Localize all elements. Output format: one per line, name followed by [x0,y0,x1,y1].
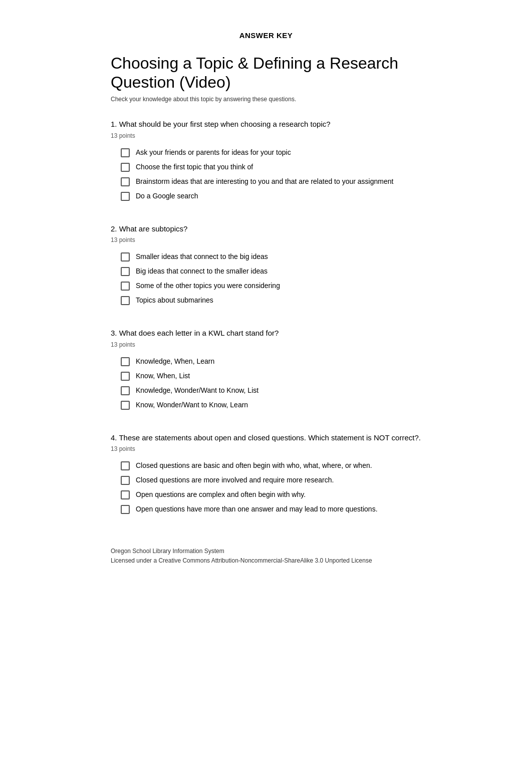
option-checkbox[interactable] [121,476,130,485]
main-title: Choosing a Topic & Defining a Research Q… [111,54,421,92]
option-checkbox[interactable] [121,267,130,276]
option-item: Knowledge, Wonder/Want to Know, List [111,383,421,398]
page-container: ANSWER KEY Choosing a Topic & Defining a… [71,0,461,606]
option-checkbox[interactable] [121,357,130,366]
option-item: Know, Wonder/Want to Know, Learn [111,398,421,412]
question-points-3: 13 points [111,340,421,349]
question-text-2: 2. What are subtopics? [111,223,421,235]
option-checkbox[interactable] [121,296,130,305]
question-points-2: 13 points [111,235,421,244]
footer-line1: Oregon School Library Information System [111,547,421,556]
option-checkbox[interactable] [121,252,130,262]
option-text: Open questions have more than one answer… [136,504,421,514]
option-text: Choose the first topic that you think of [136,162,421,172]
option-item: Topics about submarines [111,293,421,308]
questions-container: 1. What should be your first step when c… [111,119,421,516]
question-points-4: 13 points [111,444,421,453]
option-text: Know, When, List [136,371,421,381]
question-points-1: 13 points [111,131,421,140]
option-checkbox[interactable] [121,490,130,499]
option-item: Brainstorm ideas that are interesting to… [111,174,421,189]
subtitle: Check your knowledge about this topic by… [111,95,421,104]
option-text: Smaller ideas that connect to the big id… [136,251,421,262]
option-item: Closed questions are basic and often beg… [111,458,421,473]
option-item: Smaller ideas that connect to the big id… [111,249,421,264]
option-text: Topics about submarines [136,295,421,306]
option-checkbox[interactable] [121,372,130,381]
option-checkbox[interactable] [121,386,130,395]
option-checkbox[interactable] [121,177,130,186]
option-item: Knowledge, When, Learn [111,354,421,369]
option-item: Ask your friends or parents for ideas fo… [111,145,421,160]
question-text-4: 4. These are statements about open and c… [111,432,421,444]
option-item: Do a Google search [111,189,421,203]
option-checkbox[interactable] [121,505,130,514]
option-text: Ask your friends or parents for ideas fo… [136,147,421,158]
options-list-2: Smaller ideas that connect to the big id… [111,249,421,308]
option-checkbox[interactable] [121,163,130,172]
option-item: Open questions are complex and often beg… [111,487,421,502]
question-block-4: 4. These are statements about open and c… [111,432,421,517]
footer: Oregon School Library Information System… [111,547,421,566]
options-list-1: Ask your friends or parents for ideas fo… [111,145,421,203]
option-checkbox[interactable] [121,282,130,291]
option-item: Choose the first topic that you think of [111,160,421,174]
option-text: Know, Wonder/Want to Know, Learn [136,400,421,410]
options-list-4: Closed questions are basic and often beg… [111,458,421,516]
option-text: Brainstorm ideas that are interesting to… [136,176,421,187]
option-text: Do a Google search [136,191,421,201]
options-list-3: Knowledge, When, LearnKnow, When, ListKn… [111,354,421,412]
option-text: Open questions are complex and often beg… [136,489,421,500]
option-text: Knowledge, When, Learn [136,356,421,367]
option-text: Closed questions are more involved and r… [136,475,421,485]
option-checkbox[interactable] [121,461,130,470]
question-block-1: 1. What should be your first step when c… [111,119,421,203]
option-item: Know, When, List [111,369,421,383]
question-block-3: 3. What does each letter in a KWL chart … [111,328,421,412]
option-text: Some of the other topics you were consid… [136,281,421,291]
option-checkbox[interactable] [121,401,130,410]
option-item: Some of the other topics you were consid… [111,279,421,293]
option-checkbox[interactable] [121,148,130,157]
question-block-2: 2. What are subtopics?13 pointsSmaller i… [111,223,421,308]
option-text: Closed questions are basic and often beg… [136,460,421,471]
option-text: Big ideas that connect to the smaller id… [136,266,421,277]
option-item: Closed questions are more involved and r… [111,473,421,487]
footer-line2: Licensed under a Creative Commons Attrib… [111,556,421,566]
question-text-3: 3. What does each letter in a KWL chart … [111,328,421,339]
option-item: Open questions have more than one answer… [111,502,421,516]
option-checkbox[interactable] [121,192,130,201]
answer-key-header: ANSWER KEY [111,30,421,42]
option-item: Big ideas that connect to the smaller id… [111,264,421,279]
option-text: Knowledge, Wonder/Want to Know, List [136,385,421,396]
answer-key-label: ANSWER KEY [239,31,293,40]
question-text-1: 1. What should be your first step when c… [111,119,421,130]
